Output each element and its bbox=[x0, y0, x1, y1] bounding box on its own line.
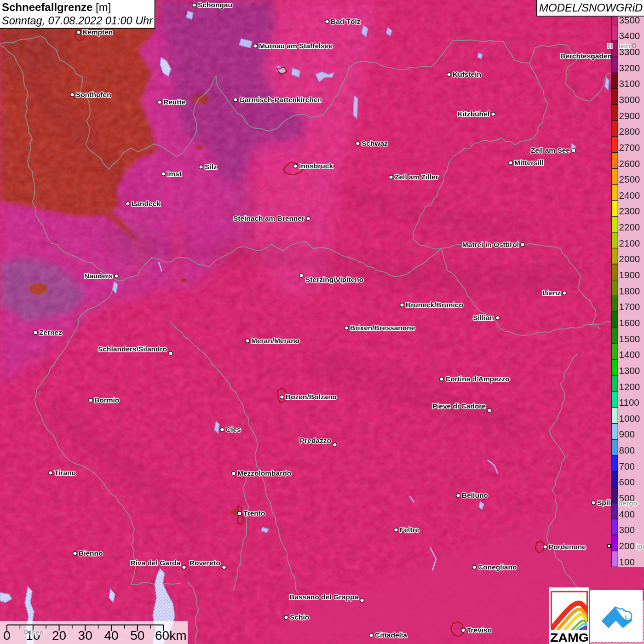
svg-text:Bad Tölz: Bad Tölz bbox=[331, 17, 361, 25]
svg-text:1400: 1400 bbox=[619, 349, 640, 360]
svg-text:Innsbruck: Innsbruck bbox=[299, 162, 333, 170]
svg-text:2600: 2600 bbox=[619, 158, 640, 169]
svg-text:Belluno: Belluno bbox=[462, 491, 488, 499]
svg-text:Sillian: Sillian bbox=[473, 314, 494, 322]
svg-text:Predazzo: Predazzo bbox=[300, 437, 331, 444]
svg-text:Zell am See: Zell am See bbox=[531, 146, 570, 154]
svg-text:Conegliano: Conegliano bbox=[478, 563, 517, 571]
svg-text:3100: 3100 bbox=[619, 78, 640, 89]
svg-text:Kufstein: Kufstein bbox=[453, 70, 481, 78]
svg-text:Zell am Ziller: Zell am Ziller bbox=[395, 173, 438, 181]
svg-text:Schwaz: Schwaz bbox=[362, 139, 388, 147]
svg-text:1500: 1500 bbox=[619, 334, 640, 344]
svg-text:60km: 60km bbox=[155, 628, 186, 643]
svg-text:Sonthofen: Sonthofen bbox=[76, 91, 111, 98]
svg-text:1300: 1300 bbox=[619, 365, 640, 376]
svg-text:bergo: bergo bbox=[618, 499, 638, 507]
svg-text:1600: 1600 bbox=[619, 317, 640, 328]
svg-text:Silz: Silz bbox=[205, 163, 217, 171]
svg-text:0: 0 bbox=[3, 628, 11, 643]
svg-text:300: 300 bbox=[619, 524, 635, 535]
svg-text:1700: 1700 bbox=[619, 301, 640, 312]
svg-text:Cittadella: Cittadella bbox=[375, 631, 407, 639]
svg-text:Iseo: Iseo bbox=[30, 628, 44, 636]
svg-text:Rovereto: Rovereto bbox=[190, 559, 220, 567]
svg-text:Cortina d'Ampezzo: Cortina d'Ampezzo bbox=[445, 375, 510, 383]
svg-text:Pieve di Cadore: Pieve di Cadore bbox=[432, 402, 486, 410]
svg-text:400: 400 bbox=[619, 509, 635, 519]
svg-text:Meran/Merano: Meran/Merano bbox=[251, 337, 299, 345]
svg-text:Riva del Garda: Riva del Garda bbox=[130, 559, 180, 567]
svg-text:800: 800 bbox=[619, 445, 635, 455]
svg-text:600: 600 bbox=[619, 477, 635, 487]
svg-text:Murnau am Staffelsee: Murnau am Staffelsee bbox=[259, 42, 333, 50]
svg-text:Zernez: Zernez bbox=[39, 328, 62, 336]
svg-text:ipo: ipo bbox=[636, 542, 644, 550]
svg-text:Schio: Schio bbox=[290, 613, 309, 621]
svg-text:Feltre: Feltre bbox=[400, 526, 420, 534]
svg-text:1800: 1800 bbox=[619, 286, 640, 296]
svg-text:2900: 2900 bbox=[619, 110, 640, 121]
svg-text:lein: lein bbox=[618, 42, 630, 50]
svg-text:50: 50 bbox=[130, 628, 144, 643]
svg-text:Tirano: Tirano bbox=[54, 469, 76, 477]
svg-text:Mittersill: Mittersill bbox=[514, 159, 544, 167]
svg-text:Kempten: Kempten bbox=[82, 28, 113, 36]
svg-text:Bassano del Grappa: Bassano del Grappa bbox=[289, 593, 358, 601]
svg-text:Nauders: Nauders bbox=[84, 272, 113, 280]
svg-text:2300: 2300 bbox=[619, 206, 640, 216]
svg-text:Bruneck/Brunico: Bruneck/Brunico bbox=[406, 301, 463, 309]
svg-text:Treviso: Treviso bbox=[467, 626, 492, 634]
svg-text:Landeck: Landeck bbox=[132, 200, 161, 207]
svg-text:Schlanders/Silandro: Schlanders/Silandro bbox=[98, 345, 167, 353]
svg-text:Reutte: Reutte bbox=[163, 98, 186, 106]
svg-text:2200: 2200 bbox=[619, 222, 640, 232]
svg-text:30: 30 bbox=[78, 628, 92, 643]
svg-text:Schongau: Schongau bbox=[198, 1, 232, 9]
svg-text:Sterzing/Vipiteno: Sterzing/Vipiteno bbox=[305, 276, 363, 283]
svg-text:Brixen/Bressanone: Brixen/Bressanone bbox=[350, 324, 415, 332]
svg-text:Spili: Spili bbox=[597, 499, 612, 506]
svg-text:3400: 3400 bbox=[619, 30, 640, 41]
svg-text:1100: 1100 bbox=[619, 397, 639, 408]
svg-text:1000: 1000 bbox=[619, 413, 640, 424]
svg-text:Sonntag, 07.08.2022 01:00 Uhr: Sonntag, 07.08.2022 01:00 Uhr bbox=[2, 14, 153, 27]
svg-text:2800: 2800 bbox=[619, 126, 640, 137]
svg-text:Bozen/Bolzano: Bozen/Bolzano bbox=[286, 393, 337, 401]
svg-text:Matrei in Osttirol: Matrei in Osttirol bbox=[462, 241, 519, 248]
svg-text:Lienz: Lienz bbox=[542, 289, 561, 297]
svg-text:200: 200 bbox=[619, 540, 635, 551]
svg-text:2400: 2400 bbox=[619, 190, 640, 201]
svg-text:2700: 2700 bbox=[619, 142, 640, 153]
svg-text:Berchtesgaden: Berchtesgaden bbox=[560, 52, 612, 60]
svg-text:3200: 3200 bbox=[619, 63, 640, 73]
svg-text:Pordenone: Pordenone bbox=[549, 543, 586, 551]
svg-text:MODEL/SNOWGRiD: MODEL/SNOWGRiD bbox=[539, 1, 643, 14]
svg-text:40: 40 bbox=[104, 628, 118, 643]
svg-text:Bienno: Bienno bbox=[79, 549, 103, 557]
svg-text:H: H bbox=[607, 42, 612, 50]
svg-text:1200: 1200 bbox=[619, 381, 640, 392]
svg-text:Cles: Cles bbox=[226, 426, 241, 433]
svg-text:2000: 2000 bbox=[619, 253, 640, 264]
svg-text:100: 100 bbox=[619, 557, 635, 567]
svg-text:2500: 2500 bbox=[619, 174, 640, 184]
svg-text:2100: 2100 bbox=[619, 238, 640, 248]
svg-text:Kitzbühel: Kitzbühel bbox=[457, 110, 489, 118]
svg-text:Trento: Trento bbox=[243, 509, 265, 517]
svg-text:3000: 3000 bbox=[619, 94, 640, 105]
svg-text:Bormio: Bormio bbox=[94, 396, 119, 404]
svg-text:Steinach am Brenner: Steinach am Brenner bbox=[233, 214, 305, 222]
svg-text:900: 900 bbox=[619, 429, 635, 439]
svg-text:ZAMG: ZAMG bbox=[550, 631, 589, 644]
svg-text:Mezzolombardo: Mezzolombardo bbox=[237, 469, 291, 477]
svg-text:Imst: Imst bbox=[167, 170, 182, 178]
svg-text:Garmisch-Partenkirchen: Garmisch-Partenkirchen bbox=[239, 96, 322, 104]
svg-text:Schneefallgrenze [m]: Schneefallgrenze [m] bbox=[2, 1, 111, 13]
svg-text:700: 700 bbox=[619, 461, 635, 472]
svg-text:20: 20 bbox=[52, 628, 66, 643]
svg-text:1900: 1900 bbox=[619, 270, 640, 280]
